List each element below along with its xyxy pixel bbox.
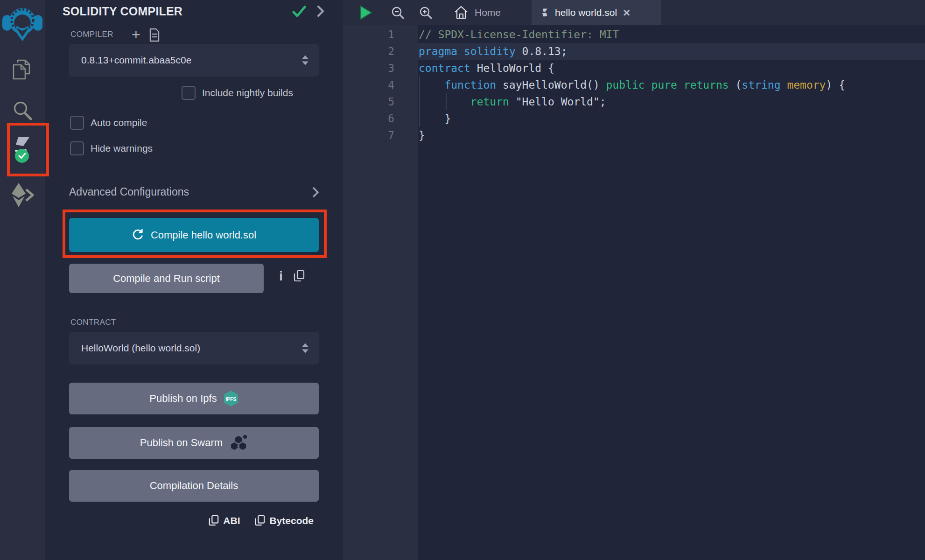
compile-button-label: Compile hello world.sol bbox=[151, 229, 256, 241]
run-script-icon[interactable] bbox=[359, 0, 372, 25]
info-icon[interactable]: i bbox=[276, 269, 286, 284]
code-line-1[interactable]: 1// SPDX-License-Identifier: MIT bbox=[343, 26, 925, 43]
line-number: 7 bbox=[343, 127, 418, 144]
solidity-compiler-icon[interactable] bbox=[0, 137, 45, 160]
close-tab-icon[interactable]: × bbox=[623, 7, 630, 19]
line-number: 3 bbox=[343, 60, 418, 77]
copy-icon bbox=[255, 515, 265, 527]
contract-select-value: HelloWorld (hello world.sol) bbox=[81, 343, 200, 354]
deploy-run-icon[interactable] bbox=[0, 183, 45, 207]
home-tab-label: Home bbox=[475, 7, 501, 18]
svg-text:IPFS: IPFS bbox=[225, 397, 236, 402]
publish-swarm-label: Publish on Swarm bbox=[140, 437, 223, 449]
select-spinner-icon bbox=[302, 56, 308, 65]
hide-warnings-row: Hide warnings bbox=[70, 141, 153, 155]
search-icon[interactable] bbox=[0, 99, 45, 121]
include-nightly-label: Include nightly builds bbox=[202, 87, 293, 98]
compiler-doc-icon[interactable] bbox=[149, 28, 160, 44]
zoom-out-icon[interactable] bbox=[391, 0, 405, 25]
select-spinner-icon bbox=[302, 343, 308, 353]
editor-toolbar: Home hello world.sol × bbox=[343, 0, 925, 25]
abi-label: ABI bbox=[223, 515, 240, 526]
copy-bytecode-button[interactable]: Bytecode bbox=[255, 515, 314, 527]
publish-swarm-button[interactable]: Publish on Swarm bbox=[69, 427, 319, 459]
contract-section-label: CONTRACT bbox=[70, 318, 116, 327]
remix-logo-icon bbox=[1, 3, 43, 43]
copy-abi-button[interactable]: ABI bbox=[209, 515, 240, 527]
panel-title: SOLIDITY COMPILER bbox=[63, 5, 182, 18]
line-number: 1 bbox=[343, 26, 418, 43]
compilation-details-label: Compilation Details bbox=[150, 480, 238, 492]
hide-warnings-checkbox[interactable] bbox=[70, 141, 84, 155]
code-line-5[interactable]: 5 return "Hello World"; bbox=[343, 93, 925, 110]
code-line-4[interactable]: 4 function sayHelloWorld() public pure r… bbox=[343, 77, 925, 93]
code-line-6[interactable]: 6 } bbox=[343, 110, 925, 127]
solidity-compiler-panel: SOLIDITY COMPILER COMPILER + 0.8.13+comm… bbox=[45, 0, 343, 560]
publish-ipfs-button[interactable]: Publish on Ipfs IPFS bbox=[69, 383, 319, 414]
remix-logo[interactable] bbox=[0, 3, 45, 43]
refresh-icon bbox=[132, 229, 144, 241]
compile-button[interactable]: Compile hello world.sol bbox=[69, 218, 319, 252]
chevron-right-icon bbox=[313, 187, 319, 197]
copy-artifacts-row: ABI Bytecode bbox=[209, 515, 314, 527]
compiler-section-label: COMPILER bbox=[70, 30, 113, 39]
remix-ide: SOLIDITY COMPILER COMPILER + 0.8.13+comm… bbox=[0, 0, 925, 560]
code-line-2[interactable]: 2pragma solidity 0.8.13; bbox=[343, 43, 925, 60]
file-tab-label: hello world.sol bbox=[555, 7, 617, 18]
compilation-details-button[interactable]: Compilation Details bbox=[69, 470, 319, 502]
publish-ipfs-label: Publish on Ipfs bbox=[149, 392, 217, 405]
auto-compile-label: Auto compile bbox=[91, 117, 147, 128]
swarm-icon bbox=[229, 435, 248, 451]
contract-select[interactable]: HelloWorld (hello world.sol) bbox=[69, 332, 319, 364]
code-lines[interactable]: 1// SPDX-License-Identifier: MIT2pragma … bbox=[343, 26, 925, 144]
copy-icon[interactable] bbox=[294, 270, 305, 285]
line-number: 6 bbox=[343, 110, 418, 127]
line-number: 4 bbox=[343, 77, 418, 93]
copy-icon bbox=[209, 515, 219, 527]
advanced-configurations-label: Advanced Configurations bbox=[69, 186, 189, 198]
auto-compile-checkbox[interactable] bbox=[70, 116, 84, 130]
zoom-in-icon[interactable] bbox=[419, 0, 433, 25]
add-compiler-icon[interactable]: + bbox=[132, 27, 140, 42]
ipfs-icon: IPFS bbox=[224, 390, 238, 407]
auto-compile-row: Auto compile bbox=[70, 116, 147, 130]
compile-status-check-icon bbox=[292, 6, 306, 20]
panel-docs-chevron-icon[interactable] bbox=[317, 6, 324, 19]
include-nightly-checkbox[interactable] bbox=[182, 86, 196, 100]
compile-and-run-button[interactable]: Compile and Run script bbox=[69, 264, 264, 293]
tab-hello-world-sol[interactable]: hello world.sol × bbox=[532, 0, 661, 25]
tab-home[interactable]: Home bbox=[450, 0, 505, 25]
include-nightly-row: Include nightly builds bbox=[182, 86, 293, 100]
code-editor: Home hello world.sol × 1// SPDX-License-… bbox=[343, 0, 925, 560]
compile-success-badge bbox=[15, 149, 29, 163]
solidity-file-icon bbox=[541, 8, 549, 17]
code-line-7[interactable]: 7} bbox=[343, 127, 925, 144]
line-number: 2 bbox=[343, 43, 418, 60]
advanced-configurations-toggle[interactable]: Advanced Configurations bbox=[69, 186, 319, 198]
home-icon bbox=[454, 6, 468, 19]
file-explorer-icon[interactable] bbox=[0, 59, 45, 80]
code-line-3[interactable]: 3contract HelloWorld { bbox=[343, 60, 925, 77]
compile-and-run-label: Compile and Run script bbox=[113, 273, 220, 285]
bytecode-label: Bytecode bbox=[269, 515, 314, 526]
compiler-version-select[interactable]: 0.8.13+commit.abaa5c0e bbox=[69, 44, 319, 77]
compiler-version-value: 0.8.13+commit.abaa5c0e bbox=[81, 55, 191, 66]
hide-warnings-label: Hide warnings bbox=[91, 143, 153, 154]
icon-sidebar bbox=[0, 0, 45, 560]
line-number: 5 bbox=[343, 93, 418, 110]
